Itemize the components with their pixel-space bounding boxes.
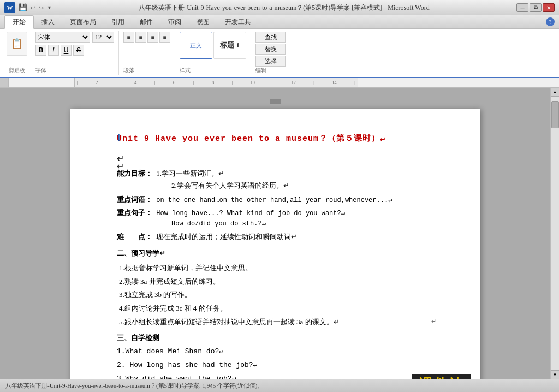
paste-btn[interactable]: 📋: [7, 32, 27, 56]
preview-item-2: 2.熟读 3a 并完成短文后的练习。: [119, 275, 436, 289]
help-icon[interactable]: ?: [546, 17, 555, 26]
quick-save-btn[interactable]: 💾: [19, 3, 27, 12]
editing-group: 查找 替换 选择 编辑: [251, 31, 290, 75]
doc-page-wrapper: | Unit 9 Have you ever been to a museum？…: [70, 97, 480, 370]
replace-btn[interactable]: 替换: [255, 44, 286, 55]
capability-label: 能力目标：: [117, 169, 152, 177]
self-check-3: 3.Why did she want the job?↵: [117, 372, 436, 379]
self-check-2: 2. How long has she had the job?↵: [117, 359, 436, 372]
section2-title: 二、预习导学↵: [117, 248, 436, 258]
word-icon: W: [4, 2, 15, 13]
sentences-label: 重点句子：: [117, 209, 152, 217]
watermark-line1: 课件站: [412, 374, 471, 379]
tab-review[interactable]: 审阅: [160, 16, 189, 28]
minimize-btn[interactable]: ─: [516, 3, 528, 12]
document-page: | Unit 9 Have you ever been to a museum？…: [70, 109, 480, 379]
right-scrollbar[interactable]: ▲ ▼: [550, 88, 559, 379]
keywords-label: 重点词语：: [117, 195, 152, 204]
doc-scroll-area[interactable]: | Unit 9 Have you ever been to a museum？…: [0, 88, 550, 379]
ruler: |2|4|6|8|10|12|14|: [0, 78, 559, 88]
font-size-select[interactable]: 12: [92, 32, 114, 43]
preview-list: 1.根据音标学习新单词，并记住中文意思。 2.熟读 3a 并完成短文后的练习。 …: [119, 262, 436, 329]
restore-btn[interactable]: ⧉: [530, 3, 542, 12]
select-btn[interactable]: 选择: [255, 56, 286, 67]
italic-btn[interactable]: I: [48, 45, 59, 56]
key-sentences-section: 重点句子： How long have...? What kind of job…: [117, 208, 436, 218]
watermark: 课件站 www.kjzhan.com: [412, 374, 471, 379]
difficulty-label: 难 点：: [117, 233, 152, 241]
font-group: 宋体 12 B I U S 字体: [31, 31, 119, 75]
scroll-track: [551, 97, 559, 370]
sentence2: How do/did you do sth.?↵: [171, 219, 436, 228]
section3-title: 三、自学检测: [117, 333, 436, 343]
quick-redo-btn[interactable]: ↪: [39, 4, 44, 11]
scroll-up-btn[interactable]: ▲: [551, 88, 559, 97]
difficulty-content: 现在完成时的运用；延续性动词和瞬间动词↵: [156, 233, 297, 241]
spacer2: ↵: [117, 161, 436, 169]
justify-btn[interactable]: ≡: [159, 32, 170, 43]
clipboard-group: 📋 剪贴板: [3, 31, 31, 75]
preview-item-4: 4.组内讨论并完成 3c 和 4 的任务。: [119, 302, 436, 316]
difficulty-section: 难 点： 现在完成时的运用；延续性动词和瞬间动词↵: [117, 232, 436, 242]
find-btn[interactable]: 查找: [255, 32, 286, 43]
keywords-content: on the one hand…on the other hand,all ye…: [156, 197, 392, 204]
top-page-marker: [70, 97, 480, 106]
document-title: | Unit 9 Have you ever been to a museum？…: [117, 133, 436, 144]
scroll-down-btn[interactable]: ▼: [551, 370, 559, 379]
quick-dropdown[interactable]: ▼: [47, 5, 52, 10]
tab-insert[interactable]: 插入: [34, 16, 62, 28]
tab-references[interactable]: 引用: [104, 16, 132, 28]
heading1-style[interactable]: 标题 1: [213, 32, 246, 59]
title-bar-text: 八年级英语下册-Unit-9-Have-you-ever-been-to-a-m…: [52, 3, 516, 13]
align-left-btn[interactable]: ≡: [123, 32, 134, 43]
tab-layout[interactable]: 页面布局: [62, 16, 104, 28]
self-check-list: 1.What does Mei Shan do?↵ 2. How long ha…: [117, 345, 436, 379]
quick-undo-btn[interactable]: ↩: [31, 4, 35, 11]
scroll-thumb[interactable]: [551, 101, 559, 128]
preview-item-1: 1.根据音标学习新单词，并记住中文意思。: [119, 262, 436, 275]
capability-section: 能力目标： 1.学习一些新词汇。↵: [117, 169, 436, 179]
preview-item-5: 5.跟小组长读重点单词短语并结对抽说中文意思再一起读 3a 的课文。↵ ↵: [119, 316, 436, 329]
tab-mailings[interactable]: 邮件: [132, 16, 160, 28]
status-text: 八年级英语下册-Unit-9-Have-you-ever-been-to-a-m…: [5, 382, 263, 390]
capability-item2: 2.学会写有关个人学习英语的经历。↵: [171, 181, 436, 191]
normal-style[interactable]: 正文: [180, 32, 212, 59]
styles-group: 正文 标题 1 样式: [175, 31, 251, 75]
title-bar: W 💾 ↩ ↪ ▼ 八年级英语下册-Unit-9-Have-you-ever-b…: [0, 0, 559, 15]
main-area: | Unit 9 Have you ever been to a museum？…: [0, 88, 559, 379]
paragraph-group: ≡ ≡ ≡ ≡ 段落: [119, 31, 175, 75]
tab-developer[interactable]: 开发工具: [217, 16, 259, 28]
capability-item1: 1.学习一些新词汇。↵: [156, 169, 224, 177]
ribbon-tab-bar: 开始 插入 页面布局 引用 邮件 审阅 视图 开发工具 ?: [0, 15, 559, 29]
tab-home[interactable]: 开始: [4, 15, 34, 29]
status-bar: 八年级英语下册-Unit-9-Have-you-ever-been-to-a-m…: [0, 379, 559, 392]
window-controls: ─ ⧉ ✕: [516, 3, 555, 12]
keywords-section: 重点词语： on the one hand…on the other hand,…: [117, 195, 436, 205]
self-check-1: 1.What does Mei Shan do?↵: [117, 345, 436, 359]
spacer1: ↵: [117, 153, 436, 161]
align-right-btn[interactable]: ≡: [147, 32, 158, 43]
tab-view[interactable]: 视图: [189, 16, 217, 28]
underline-btn[interactable]: U: [61, 45, 72, 56]
align-center-btn[interactable]: ≡: [135, 32, 146, 43]
sentence1: How long have...? What kind of job do yo…: [156, 210, 345, 217]
close-btn[interactable]: ✕: [543, 3, 555, 12]
preview-item-3: 3.独立完成 3b 的写作。: [119, 288, 436, 302]
font-family-select[interactable]: 宋体: [35, 32, 90, 43]
strikethrough-btn[interactable]: S: [73, 45, 84, 56]
bold-btn[interactable]: B: [35, 45, 46, 56]
ribbon-content: 📋 剪贴板 宋体 12 B I U S 字体 ≡ ≡ ≡ ≡ 段落: [0, 29, 559, 78]
